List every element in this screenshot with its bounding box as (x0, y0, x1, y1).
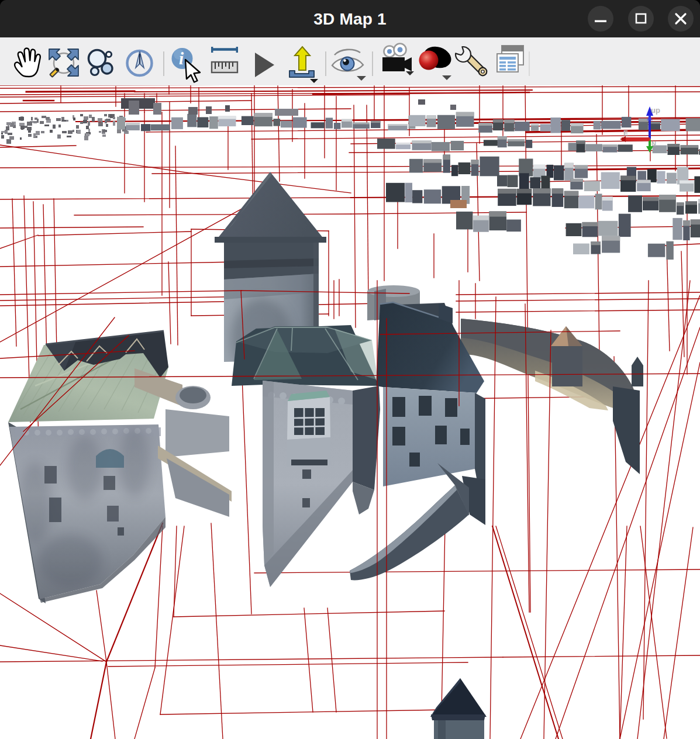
svg-text:E: E (623, 129, 628, 137)
svg-text:N: N (651, 140, 656, 147)
svg-text:i: i (179, 49, 184, 68)
svg-text:up: up (651, 106, 660, 115)
